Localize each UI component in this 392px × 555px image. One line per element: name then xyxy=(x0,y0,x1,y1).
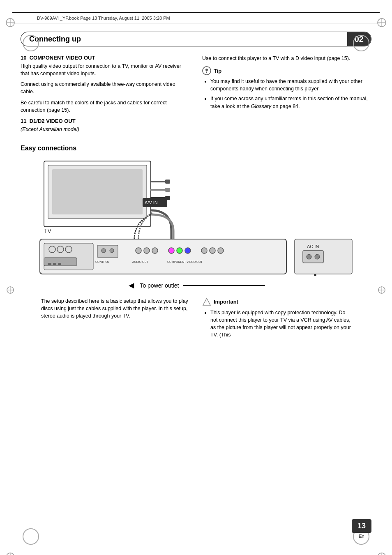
svg-text:!: ! xyxy=(206,301,208,305)
bottom-left: The setup described here is a basic setu… xyxy=(41,297,190,339)
svg-rect-58 xyxy=(303,251,323,263)
main-content: 10 COMPONENT VIDEO OUT High quality vide… xyxy=(21,55,371,136)
svg-text:AUDIO OUT: AUDIO OUT xyxy=(132,260,149,263)
side-cross-mr xyxy=(378,286,386,294)
setup-text: The setup described here is a basic setu… xyxy=(41,297,190,320)
d1d2-title: 11 D1/D2 VIDEO OUT xyxy=(21,118,190,124)
svg-point-44 xyxy=(136,248,141,253)
tip-label: Tip xyxy=(214,68,221,74)
component-video-out-p2: Connect using a commercially available t… xyxy=(21,81,190,95)
reg-mark-tl xyxy=(4,16,16,29)
svg-point-45 xyxy=(144,248,150,253)
svg-rect-31 xyxy=(165,196,170,200)
svg-point-48 xyxy=(177,248,182,253)
svg-rect-40 xyxy=(58,263,61,265)
arrow-left-icon: ◄ xyxy=(127,280,136,291)
svg-point-51 xyxy=(210,248,215,253)
important-label: Important xyxy=(214,299,238,305)
meta-bar: DV-989AVi _YP.book Page 13 Thursday, Aug… xyxy=(12,12,380,23)
tip-icon xyxy=(202,66,211,75)
tip-item-1: You may find it useful to have the manua… xyxy=(210,78,371,92)
diagram-area: TV A/V IN xyxy=(21,157,371,276)
page-wrapper: DV-989AVi _YP.book Page 13 Thursday, Aug… xyxy=(0,12,392,555)
svg-text:AC IN: AC IN xyxy=(307,244,319,249)
power-line xyxy=(183,285,265,286)
svg-point-59 xyxy=(307,254,311,259)
reg-mark-tr xyxy=(376,16,388,29)
svg-point-50 xyxy=(201,248,207,253)
right-column: Use to connect this player to a TV with … xyxy=(202,55,371,136)
power-outlet-row: ◄ To power outlet xyxy=(21,280,371,291)
corner-circle-bl xyxy=(23,528,39,545)
svg-rect-38 xyxy=(48,263,51,265)
svg-rect-19 xyxy=(206,72,207,73)
left-column: 10 COMPONENT VIDEO OUT High quality vide… xyxy=(21,55,190,136)
important-item-1: This player is equipped with copy protec… xyxy=(210,309,351,339)
svg-point-60 xyxy=(315,254,320,259)
svg-text:A/V IN: A/V IN xyxy=(145,200,158,205)
easy-connections-title: Easy connections xyxy=(21,145,371,152)
svg-point-52 xyxy=(218,248,224,253)
important-box: ! Important This player is equipped with… xyxy=(202,297,351,339)
page-number-area: 13 En xyxy=(352,519,371,539)
connection-diagram: TV A/V IN xyxy=(21,157,371,276)
corner-circle-tr xyxy=(353,35,369,51)
important-icon: ! xyxy=(202,297,211,306)
svg-point-49 xyxy=(185,248,191,253)
power-outlet-label: To power outlet xyxy=(140,282,179,289)
file-info: DV-989AVi _YP.book Page 13 Thursday, Aug… xyxy=(37,16,170,21)
svg-rect-30 xyxy=(165,188,170,192)
component-video-out-p1: High quality video output for connection… xyxy=(21,62,190,77)
tip-list: You may find it useful to have the manua… xyxy=(210,78,371,110)
chapter-header: Connecting up 02 xyxy=(21,32,371,46)
svg-point-42 xyxy=(101,249,106,253)
tip-box: Tip You may find it useful to have the m… xyxy=(202,66,371,110)
svg-rect-29 xyxy=(165,180,170,184)
important-header: ! Important xyxy=(202,297,351,306)
svg-rect-39 xyxy=(53,263,56,265)
bottom-content: The setup described here is a basic setu… xyxy=(41,297,351,339)
svg-text:TV: TV xyxy=(44,228,52,234)
right-col-text: Use to connect this player to a TV with … xyxy=(202,55,371,62)
side-cross-ml xyxy=(6,286,14,294)
page-badge: 13 xyxy=(352,519,371,533)
svg-rect-41 xyxy=(97,245,118,258)
component-video-out-p3: Be careful to match the colors of the ja… xyxy=(21,99,190,114)
corner-circle-tl xyxy=(23,35,39,51)
bottom-right: ! Important This player is equipped with… xyxy=(202,297,351,339)
reg-mark-br xyxy=(376,551,388,555)
svg-rect-22 xyxy=(52,169,143,214)
d1d2-subtitle: (Except Australian model) xyxy=(21,126,190,133)
svg-point-47 xyxy=(168,248,174,253)
svg-text:CONTROL: CONTROL xyxy=(95,260,109,263)
svg-point-43 xyxy=(110,249,114,253)
important-list: This player is equipped with copy protec… xyxy=(210,309,351,339)
tip-header: Tip xyxy=(202,66,371,75)
page-language: En xyxy=(359,534,364,539)
chapter-title: Connecting up xyxy=(21,35,347,44)
svg-point-46 xyxy=(152,248,158,253)
svg-text:COMPONENT VIDEO OUT: COMPONENT VIDEO OUT xyxy=(167,260,203,263)
reg-mark-bl xyxy=(4,551,16,555)
easy-connections-section: Easy connections TV A/V IN xyxy=(21,145,371,339)
glossary-italic: Glossary xyxy=(251,104,271,109)
tip-item-2: If you come across any unfamiliar terms … xyxy=(210,95,371,110)
component-video-out-title: 10 COMPONENT VIDEO OUT xyxy=(21,55,190,61)
